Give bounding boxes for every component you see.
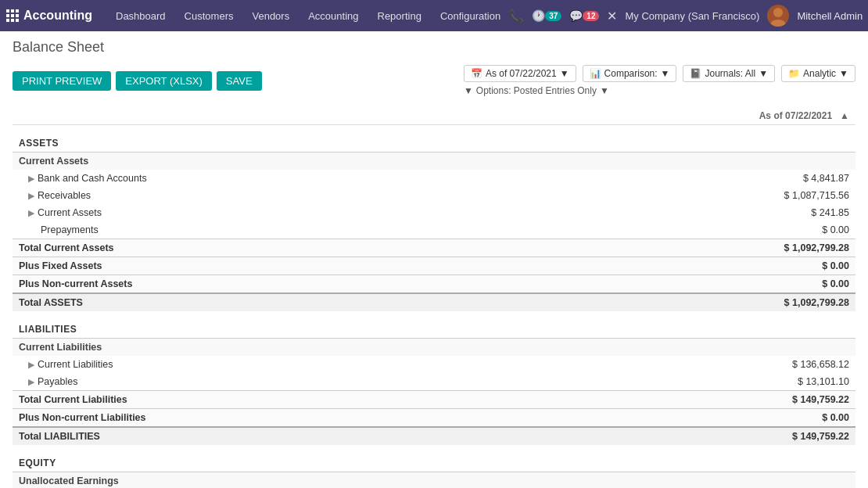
- menu-reporting[interactable]: Reporting: [370, 7, 429, 25]
- expand-icon[interactable]: ▶: [28, 191, 34, 200]
- plus-noncurrent-assets-row: Plus Non-current Assets $ 0.00: [13, 275, 855, 294]
- chevron-down-icon: ▼: [560, 68, 569, 79]
- activity-count: 37: [545, 11, 561, 21]
- row-value: $ 4,841.87: [594, 170, 855, 187]
- row-label: ▶Current Assets: [13, 204, 594, 221]
- plus-noncurrent-assets-label: Plus Non-current Assets: [13, 275, 594, 294]
- assets-section-header: ASSETS: [13, 125, 855, 152]
- menu-vendors[interactable]: Vendors: [244, 7, 297, 25]
- row-label: ▶Receivables: [13, 187, 594, 204]
- total-current-assets-row: Total Current Assets $ 1,092,799.28: [13, 239, 855, 257]
- column-headers: As of 07/22/2021 ▲: [13, 107, 855, 125]
- row-value: $ 136,658.12: [594, 356, 855, 373]
- top-navigation: Accounting Dashboard Customers Vendors A…: [0, 0, 868, 31]
- filter-options-icon: ▼: [464, 85, 473, 96]
- balance-sheet-table: ASSETS Current Assets ▶Bank and Cash Acc…: [13, 125, 855, 488]
- menu-dashboard[interactable]: Dashboard: [108, 7, 174, 25]
- expand-icon[interactable]: ▶: [28, 174, 34, 183]
- plus-noncurrent-liabilities-label: Plus Non-current Liabilities: [13, 409, 594, 428]
- plus-fixed-value: $ 0.00: [594, 257, 855, 275]
- svg-rect-4: [11, 14, 14, 17]
- expand-icon[interactable]: ▶: [28, 208, 34, 217]
- save-button[interactable]: SAVE: [217, 71, 262, 91]
- plus-noncurrent-assets-value: $ 0.00: [594, 275, 855, 294]
- svg-rect-1: [11, 9, 14, 13]
- plus-noncurrent-liabilities-row: Plus Non-current Liabilities $ 0.00: [13, 409, 855, 428]
- grid-icon[interactable]: [6, 5, 19, 27]
- app-title: Accounting: [23, 9, 92, 23]
- svg-point-10: [770, 20, 786, 27]
- chevron-down-icon-3: ▼: [759, 68, 768, 79]
- row-label: ▶Payables: [13, 373, 594, 391]
- username: Mitchell Admin: [797, 10, 863, 22]
- row-value: $ 241.85: [594, 204, 855, 221]
- analytic-filter-label: Analytic: [803, 68, 836, 79]
- journals-filter[interactable]: 📓 Journals: All ▼: [683, 65, 775, 82]
- journal-icon: 📓: [690, 68, 701, 79]
- table-row[interactable]: ▶Current Liabilities $ 136,658.12: [13, 356, 855, 373]
- main-menu: Dashboard Customers Vendors Accounting R…: [108, 7, 508, 25]
- page-content: Balance Sheet PRINT PREVIEW EXPORT (XLSX…: [0, 31, 868, 488]
- assets-title: ASSETS: [13, 125, 855, 152]
- expand-icon[interactable]: ▶: [28, 360, 34, 369]
- chart-icon: 📊: [590, 68, 601, 79]
- row-value: $ 1,087,715.56: [594, 187, 855, 204]
- table-row[interactable]: ▶Payables $ 13,101.10: [13, 373, 855, 391]
- current-assets-title: Current Assets: [13, 152, 855, 170]
- svg-rect-3: [6, 14, 9, 17]
- print-preview-button[interactable]: PRINT PREVIEW: [13, 71, 111, 91]
- total-liabilities-row: Total LIABILITIES $ 149,759.22: [13, 427, 855, 445]
- date-filter-label: As of 07/22/2021: [486, 68, 557, 79]
- chevron-down-icon-2: ▼: [661, 68, 670, 79]
- liabilities-title: LIABILITIES: [13, 311, 855, 339]
- expand-icon[interactable]: ▶: [28, 377, 34, 386]
- current-liabilities-subsection: Current Liabilities: [13, 339, 855, 357]
- menu-customers[interactable]: Customers: [177, 7, 242, 25]
- options-filter-label: Options: Posted Entries Only: [476, 85, 597, 96]
- total-current-assets-value: $ 1,092,799.28: [594, 239, 855, 257]
- table-row[interactable]: ▶Current Assets $ 241.85: [13, 204, 855, 221]
- table-row[interactable]: ▶Bank and Cash Accounts $ 4,841.87: [13, 170, 855, 187]
- row-label: Prepayments: [13, 221, 594, 239]
- collapse-icon[interactable]: ▲: [840, 110, 849, 121]
- equity-title: EQUITY: [13, 445, 855, 472]
- plus-fixed-label: Plus Fixed Assets: [13, 257, 594, 275]
- toolbar: PRINT PREVIEW EXPORT (XLSX) SAVE 📅 As of…: [13, 65, 855, 96]
- close-icon[interactable]: ✕: [607, 9, 617, 23]
- menu-configuration[interactable]: Configuration: [432, 7, 508, 25]
- svg-rect-8: [16, 19, 19, 22]
- phone-icon[interactable]: 📞: [508, 9, 524, 23]
- svg-rect-2: [16, 9, 19, 13]
- date-filter[interactable]: 📅 As of 07/22/2021 ▼: [464, 65, 576, 82]
- chat-badge-wrap[interactable]: 💬 12: [569, 9, 599, 22]
- total-assets-row: Total ASSETS $ 1,092,799.28: [13, 293, 855, 311]
- calendar-icon: 📅: [471, 68, 482, 79]
- activity-badge-wrap[interactable]: 🕐 37: [532, 9, 561, 22]
- export-xlsx-button[interactable]: EXPORT (XLSX): [116, 71, 212, 91]
- chat-count: 12: [583, 11, 599, 21]
- svg-point-9: [773, 8, 783, 17]
- column-header-date: As of 07/22/2021: [759, 110, 832, 121]
- plus-fixed-assets-row: Plus Fixed Assets $ 0.00: [13, 257, 855, 275]
- table-row[interactable]: ▶Receivables $ 1,087,715.56: [13, 187, 855, 204]
- total-assets-label: Total ASSETS: [13, 293, 594, 311]
- company-name[interactable]: My Company (San Francisco): [625, 10, 759, 22]
- row-value: $ 13,101.10: [594, 373, 855, 391]
- page-title: Balance Sheet: [13, 39, 855, 56]
- total-current-liabilities-row: Total Current Liabilities $ 149,759.22: [13, 391, 855, 409]
- unallocated-earnings-subsection: Unallocated Earnings: [13, 472, 855, 489]
- total-assets-value: $ 1,092,799.28: [594, 293, 855, 311]
- svg-rect-7: [11, 19, 14, 22]
- menu-accounting[interactable]: Accounting: [300, 7, 366, 25]
- unallocated-earnings-title: Unallocated Earnings: [13, 472, 855, 489]
- comparison-filter[interactable]: 📊 Comparison: ▼: [583, 65, 677, 82]
- analytic-filter[interactable]: 📁 Analytic ▼: [781, 65, 855, 82]
- analytic-icon: 📁: [788, 68, 800, 79]
- report-content: As of 07/22/2021 ▲ ASSETS Current Assets…: [13, 107, 855, 488]
- avatar[interactable]: [767, 5, 789, 27]
- row-value: $ 0.00: [594, 221, 855, 239]
- svg-rect-5: [16, 14, 19, 17]
- table-row[interactable]: Prepayments $ 0.00: [13, 221, 855, 239]
- row-label: ▶Bank and Cash Accounts: [13, 170, 594, 187]
- current-assets-subsection: Current Assets: [13, 152, 855, 170]
